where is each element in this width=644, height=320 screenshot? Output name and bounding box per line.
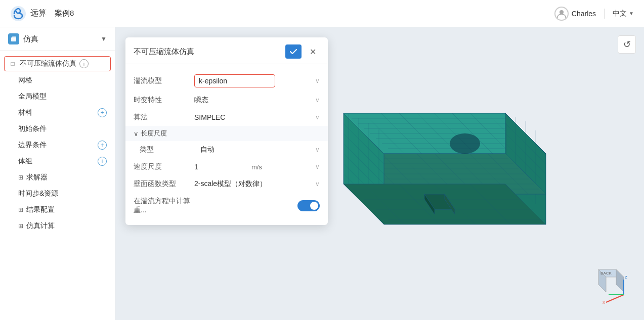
logo-text: 远算 xyxy=(30,8,47,19)
minus-icon: □ xyxy=(9,60,17,68)
sidebar: 仿真 ▼ □ 不可压缩流体仿真 i 网格 全局模型 材料 + xyxy=(0,27,115,320)
sidebar-title: 仿真 xyxy=(8,33,38,44)
sidebar-item-simulation[interactable]: □ 不可压缩流体仿真 i xyxy=(4,56,111,71)
type-value[interactable]: 自动 ∨ xyxy=(200,145,320,154)
type-arrow[interactable]: ∨ xyxy=(315,146,320,153)
add-body-group-button[interactable]: + xyxy=(98,157,107,166)
velocity-scale-label: 速度尺度 xyxy=(134,162,194,171)
sidebar-item-mesh[interactable]: 网格 xyxy=(0,72,115,88)
length-scale-toggle: ∨ xyxy=(134,130,139,138)
algorithm-text: SIMPLEC xyxy=(194,113,225,121)
sidebar-item-boundary[interactable]: 边界条件 + xyxy=(0,137,115,153)
case-title: 案例8 xyxy=(55,9,74,18)
sidebar-header: 仿真 ▼ xyxy=(0,27,115,51)
velocity-unit: m/s xyxy=(251,163,262,171)
turbulence-input[interactable] xyxy=(194,74,275,87)
content-area: ↺ BACK Z X 不可压缩流体仿真 xyxy=(115,27,644,320)
sidebar-item-global-model[interactable]: 全局模型 xyxy=(0,88,115,105)
header-divider xyxy=(604,9,605,19)
type-label: 类型 xyxy=(140,145,200,154)
form-row-type: 类型 自动 ∨ xyxy=(125,141,328,158)
form-row-length-scale-section[interactable]: ∨ 长度尺度 xyxy=(125,126,328,141)
avatar xyxy=(554,7,569,21)
sidebar-item-time-step[interactable]: 时间步&资源 xyxy=(0,186,115,202)
chevron-down-icon: ▼ xyxy=(629,11,634,16)
form-row-algorithm: 算法 SIMPLEC ∨ xyxy=(125,109,328,126)
header-right: Charles 中文 ▼ xyxy=(554,7,634,21)
algorithm-value[interactable]: SIMPLEC ∨ xyxy=(194,113,320,121)
lang-selector[interactable]: 中文 ▼ xyxy=(613,9,634,18)
time-variant-arrow[interactable]: ∨ xyxy=(315,97,320,104)
sidebar-item-result-config[interactable]: ⊞ 结果配置 xyxy=(0,202,115,218)
sidebar-item-material[interactable]: 材料 + xyxy=(0,105,115,121)
sidebar-item-init-condition[interactable]: 初始条件 xyxy=(0,121,115,137)
algorithm-label: 算法 xyxy=(134,113,194,122)
svg-text:BACK: BACK xyxy=(600,271,612,276)
refresh-button[interactable]: ↺ xyxy=(618,35,636,54)
turbulence-label: 湍流模型 xyxy=(134,76,194,85)
svg-marker-73 xyxy=(616,269,624,292)
add-material-button[interactable]: + xyxy=(98,108,107,117)
modal-header: 不可压缩流体仿真 ✕ xyxy=(125,37,328,64)
form-row-time-variant: 时变特性 瞬态 ∨ xyxy=(125,92,328,109)
time-variant-label: 时变特性 xyxy=(134,96,194,105)
main-layout: 仿真 ▼ □ 不可压缩流体仿真 i 网格 全局模型 材料 + xyxy=(0,27,644,320)
add-boundary-button[interactable]: + xyxy=(98,141,107,150)
velocity-unit-arrow[interactable]: ∨ xyxy=(315,163,320,170)
svg-rect-3 xyxy=(12,36,16,40)
user-name: Charles xyxy=(572,10,596,18)
axis-indicator: BACK Z X xyxy=(588,264,629,305)
logo-icon xyxy=(10,6,26,22)
modal-dialog: 不可压缩流体仿真 ✕ 湍流模型 ∨ xyxy=(125,37,328,225)
sidebar-cube-icon xyxy=(8,33,19,44)
wall-func-label: 壁面函数类型 xyxy=(134,179,194,189)
velocity-scale-text: 1 xyxy=(194,163,198,171)
length-scale-label: 长度尺度 xyxy=(141,129,167,138)
header: 远算 案例8 Charles 中文 ▼ xyxy=(0,0,644,27)
time-variant-text: 瞬态 xyxy=(194,96,208,105)
calc-gravity-toggle[interactable] xyxy=(297,200,320,211)
header-left: 远算 案例8 xyxy=(10,6,74,22)
3d-viewport xyxy=(293,83,576,265)
calc-gravity-label: 在湍流方程中计算重... xyxy=(134,197,194,215)
sidebar-item-solver[interactable]: ⊞ 求解器 xyxy=(0,169,115,186)
time-variant-value[interactable]: 瞬态 ∨ xyxy=(194,96,320,105)
user-info[interactable]: Charles xyxy=(554,7,596,21)
modal-actions: ✕ xyxy=(285,44,320,59)
svg-point-1 xyxy=(560,10,564,14)
modal-title: 不可压缩流体仿真 xyxy=(134,47,194,57)
wall-func-text: 2-scale模型（对数律） xyxy=(194,179,267,189)
modal-body: 湍流模型 ∨ 时变特性 瞬态 ∨ 算法 xyxy=(125,64,328,225)
type-text: 自动 xyxy=(200,145,214,154)
sidebar-item-body-group[interactable]: 体组 + xyxy=(0,153,115,169)
wall-func-value[interactable]: 2-scale模型（对数律） ∨ xyxy=(194,179,320,189)
form-row-wall-func: 壁面函数类型 2-scale模型（对数律） ∨ xyxy=(125,175,328,193)
sidebar-item-sim-calc[interactable]: ⊞ 仿真计算 xyxy=(0,218,115,234)
turbulence-dropdown-arrow[interactable]: ∨ xyxy=(315,77,320,84)
sidebar-items: □ 不可压缩流体仿真 i 网格 全局模型 材料 + 初始条件 xyxy=(0,51,115,238)
velocity-scale-value: 1 m/s ∨ xyxy=(194,163,320,171)
algorithm-arrow[interactable]: ∨ xyxy=(315,114,320,121)
logo: 远算 xyxy=(10,6,47,22)
wall-func-arrow[interactable]: ∨ xyxy=(315,180,320,188)
turbulence-value: ∨ xyxy=(194,74,320,87)
form-row-velocity-scale: 速度尺度 1 m/s ∨ xyxy=(125,158,328,175)
svg-text:Z: Z xyxy=(625,275,627,280)
sidebar-collapse-arrow[interactable]: ▼ xyxy=(101,35,107,42)
svg-line-78 xyxy=(606,295,624,302)
mesh-svg xyxy=(293,83,576,265)
svg-text:X: X xyxy=(603,300,606,305)
form-row-turbulence: 湍流模型 ∨ xyxy=(125,70,328,92)
form-row-calc-gravity: 在湍流方程中计算重... xyxy=(125,193,328,219)
svg-point-68 xyxy=(450,133,480,154)
modal-close-button[interactable]: ✕ xyxy=(306,44,320,59)
info-icon[interactable]: i xyxy=(79,59,89,68)
modal-confirm-button[interactable] xyxy=(285,44,302,59)
